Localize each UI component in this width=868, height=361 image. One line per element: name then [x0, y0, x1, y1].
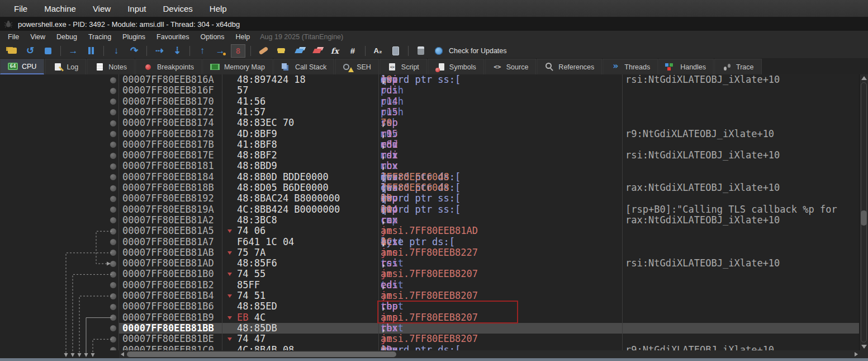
tab-references[interactable]: References: [537, 59, 602, 74]
vm-menu-machine[interactable]: Machine: [36, 0, 84, 17]
disasm-row[interactable]: 00007FF80EEB816A48:897424 18mov qword pt…: [0, 74, 860, 86]
comment-icon[interactable]: [274, 44, 288, 58]
app-menu-favourites[interactable]: Favourites: [151, 33, 195, 41]
disasm-row[interactable]: 00007FF80EEB817B41:8BF8mov edi,r8d: [0, 139, 860, 151]
update-check-icon[interactable]: [431, 44, 446, 58]
disasm-row[interactable]: 00007FF80EEB817E48:8BF2mov rsi,rdxrsi:Nt…: [0, 150, 860, 161]
app-menu-help[interactable]: Help: [230, 33, 256, 41]
disasm-row[interactable]: 00007FF80EEB81BB48:85DBtest rbx,rbx: [0, 323, 860, 334]
bytes-cell: 48:8D05 B6DE0000: [237, 182, 329, 194]
app-menu-debug[interactable]: Debug: [51, 33, 83, 41]
scrollbar-thumb[interactable]: [127, 351, 396, 357]
tab-cpu[interactable]: CPU: [0, 59, 44, 74]
open-folder-icon[interactable]: [5, 44, 20, 58]
tab-label: Symbols: [449, 63, 476, 71]
disasm-row[interactable]: 00007FF80EEB81C04C:8B4B 08mov r9,qword p…: [0, 345, 860, 351]
bytes-cell: 74 47: [237, 334, 265, 345]
step-into-icon[interactable]: [109, 44, 124, 58]
debuggee-icon[interactable]: [388, 44, 403, 58]
disasm-row[interactable]: 00007FF80EEB819248:8BAC24 B8000000mov rb…: [0, 193, 860, 204]
scroll-right-icon[interactable]: [855, 352, 858, 357]
vertical-scrollbar[interactable]: [859, 74, 868, 350]
vm-menu-file[interactable]: File: [6, 0, 36, 17]
disasm-row[interactable]: 00007FF80EEB817448:83EC 70sub rsp,70: [0, 118, 860, 129]
tab-symbols[interactable]: Symbols: [428, 59, 484, 74]
disasm-row[interactable]: 00007FF80EEB81A574 06je amsi.7FF80EEB81A…: [0, 226, 860, 237]
tab-script[interactable]: Script: [380, 59, 427, 74]
fx-icon[interactable]: [328, 44, 342, 58]
disasm-row[interactable]: 00007FF80EEB816F57push rdi: [0, 85, 860, 96]
disasm-row[interactable]: 00007FF80EEB81A7F641 1C 04test byte ptr …: [0, 237, 860, 248]
vm-menu-devices[interactable]: Devices: [155, 0, 201, 17]
bytes-cell: 41:57: [237, 107, 265, 118]
disasm-row[interactable]: 00007FF80EEB818448:8B0D BDDE0000mov rcx,…: [0, 172, 860, 183]
animate-icon[interactable]: [231, 44, 245, 58]
disasm-row[interactable]: 00007FF80EEB818148:8BD9mov rbx,rcx: [0, 161, 860, 172]
tab-threads[interactable]: Threads: [603, 59, 658, 74]
disasm-row[interactable]: 00007FF80EEB817041:56push r14: [0, 96, 860, 107]
tab-memory-map[interactable]: Memory Map: [202, 59, 273, 74]
label-blue-icon[interactable]: [292, 44, 306, 58]
disasm-row[interactable]: 00007FF80EEB817241:57push r15: [0, 107, 860, 118]
app-menu-view[interactable]: View: [25, 33, 51, 41]
bytes-cell: 48:8BD9: [237, 161, 277, 172]
disasm-row[interactable]: 00007FF80EEB81A248:3BC8cmp rcx,raxrax:Nt…: [0, 215, 860, 226]
vm-menu-help[interactable]: Help: [201, 0, 235, 17]
calculator-icon[interactable]: [414, 44, 428, 58]
bytes-cell: 4D:8BF9: [237, 129, 277, 140]
app-menu-file[interactable]: File: [2, 33, 25, 41]
build-info: Aug 19 2025 (TitanEngine): [260, 33, 343, 41]
update-check-label[interactable]: Check for Updates: [449, 47, 507, 55]
restart-icon[interactable]: [23, 44, 37, 58]
scroll-down-icon[interactable]: [861, 345, 867, 349]
stop-icon[interactable]: [41, 44, 55, 58]
app-menu-options[interactable]: Options: [195, 33, 230, 41]
run-to-user-icon[interactable]: [213, 44, 227, 58]
virtualbox-vm-window: FileMachineViewInputDevicesHelp powershe…: [0, 0, 868, 361]
run-dotted-icon[interactable]: [152, 44, 167, 58]
app-menu-plugins[interactable]: Plugins: [117, 33, 151, 41]
bytes-cell: 48:8BF2: [237, 150, 277, 161]
execute-till-return-icon[interactable]: [195, 44, 210, 58]
hash-icon[interactable]: [345, 44, 360, 58]
tab-breakpoints[interactable]: Breakpoints: [135, 59, 202, 74]
disasm-row[interactable]: 00007FF80EEB818B48:8D05 B6DE0000lea rax,…: [0, 182, 860, 194]
tab-call-stack[interactable]: Call Stack: [273, 59, 334, 74]
disasm-row[interactable]: 00007FF80EEB81AD48:85F6test rsi,rsirsi:N…: [0, 258, 860, 269]
tab-label: Call Stack: [295, 63, 326, 71]
scroll-up-icon[interactable]: [861, 76, 867, 80]
address-cell: 00007FF80EEB81C0: [122, 345, 214, 351]
disasm-row[interactable]: 00007FF80EEB81AB75 7Ajne amsi.7FF80EEB82…: [0, 247, 860, 259]
horizontal-scrollbar[interactable]: [119, 350, 860, 358]
bytes-cell: 48:85F6: [237, 258, 277, 269]
column-separator: [222, 74, 222, 350]
run-icon[interactable]: [66, 44, 80, 58]
label-red-icon[interactable]: [310, 44, 324, 58]
vm-menu-input[interactable]: Input: [119, 0, 154, 17]
disasm-row[interactable]: 00007FF80EEB81784D:8BF9mov r15,r9r9:NtGd…: [0, 129, 860, 140]
tab-source[interactable]: Source: [485, 59, 537, 74]
disasm-row[interactable]: 00007FF80EEB81BE74 47je amsi.7FF80EEB820…: [0, 334, 860, 345]
tab-log[interactable]: Log: [45, 59, 86, 74]
comment-cell: rsi:NtGdiXLATEOBJ_iXlate+10: [625, 150, 780, 161]
font-size-icon[interactable]: [371, 44, 385, 58]
tab-trace[interactable]: Trace: [714, 59, 762, 74]
source-icon: [492, 63, 502, 72]
tab-notes[interactable]: Notes: [87, 59, 135, 74]
disasm-row[interactable]: 00007FF80EEB81B474 51je amsi.7FF80EEB820…: [0, 290, 860, 302]
disasm-row[interactable]: 00007FF80EEB819A4C:8BB424 B0000000mov r1…: [0, 204, 860, 215]
vm-menu-view[interactable]: View: [84, 0, 119, 17]
tab-handles[interactable]: Handles: [658, 59, 714, 74]
window-titlebar[interactable]: powershell.exe - PID: 3492 - Module: ams…: [0, 17, 868, 31]
pause-icon[interactable]: [84, 44, 98, 58]
disasm-row[interactable]: 00007FF80EEB81B074 55je amsi.7FF80EEB820…: [0, 269, 860, 280]
step-out-icon[interactable]: [170, 44, 184, 58]
app-menu-tracing[interactable]: Tracing: [83, 33, 117, 41]
comment-cell: [rsp+B0]:"Calling TLS callback %p for: [625, 204, 837, 215]
scroll-left-icon[interactable]: [121, 352, 124, 357]
disasm-row[interactable]: 00007FF80EEB81B285FFtest edi,edi: [0, 280, 860, 291]
scrollbar-thumb[interactable]: [861, 210, 867, 226]
tab-seh[interactable]: SEH: [335, 59, 379, 74]
step-over-icon[interactable]: [127, 44, 141, 58]
patch-icon[interactable]: [256, 44, 271, 58]
